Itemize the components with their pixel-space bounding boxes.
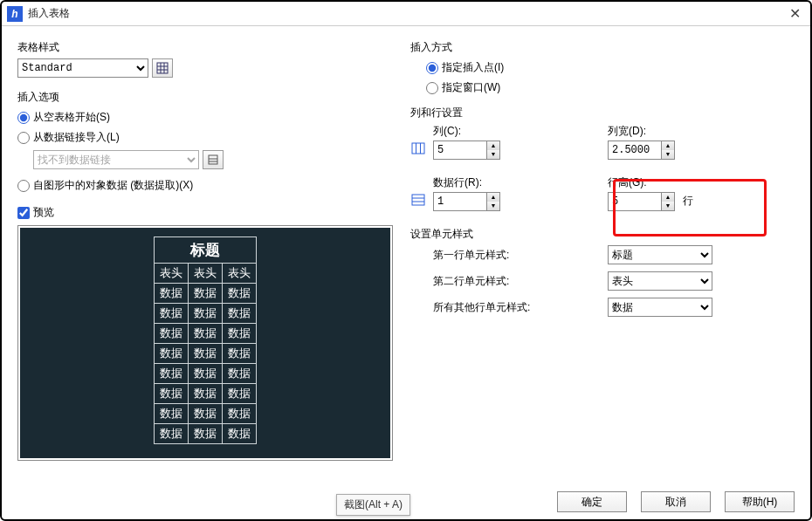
spin-up[interactable]: ▲	[662, 141, 674, 150]
row2-style-combo[interactable]: 表头	[608, 271, 712, 291]
row1-style-combo[interactable]: 标题	[608, 245, 712, 264]
preview-data-cell: 数据	[189, 364, 223, 384]
preview-data-cell: 数据	[223, 344, 257, 364]
radio-empty-table-label: 从空表格开始(S)	[33, 110, 110, 125]
radio-extract[interactable]	[17, 180, 30, 192]
titlebar: h 插入表格 ✕	[2, 2, 810, 26]
preview-data-cell: 数据	[155, 284, 189, 304]
preview-data-cell: 数据	[155, 304, 189, 324]
app-logo-icon: h	[7, 6, 23, 22]
insert-mode-label: 插入方式	[410, 40, 795, 55]
datalink-combo[interactable]: 找不到数据链接	[33, 150, 199, 169]
preview-data-cell: 数据	[155, 424, 189, 444]
data-rows-input[interactable]	[434, 193, 486, 210]
rows-icon	[410, 192, 426, 208]
columns-input[interactable]	[434, 141, 486, 159]
preview-data-cell: 数据	[223, 284, 257, 304]
spin-down[interactable]: ▼	[487, 150, 499, 159]
preview-data-cell: 数据	[223, 424, 257, 444]
radio-insert-window-label: 指定窗口(W)	[442, 80, 500, 95]
data-rows-spinner[interactable]: ▲▼	[433, 192, 500, 211]
preview-data-cell: 数据	[223, 384, 257, 404]
table-style-edit-button[interactable]	[152, 58, 173, 78]
preview-data-cell: 数据	[189, 284, 223, 304]
spin-down[interactable]: ▼	[662, 202, 674, 210]
spin-down[interactable]: ▼	[487, 202, 499, 210]
preview-data-cell: 数据	[189, 424, 223, 444]
preview-header-cell: 表头	[155, 264, 189, 284]
row1-style-label: 第一行单元样式:	[433, 248, 608, 263]
cancel-button[interactable]: 取消	[641, 491, 711, 512]
preview-label: 预览	[33, 205, 54, 220]
datalink-icon	[207, 154, 219, 166]
spin-down[interactable]: ▼	[662, 150, 674, 159]
radio-datalink[interactable]	[17, 132, 30, 144]
row2-style-label: 第二行单元样式:	[433, 274, 608, 289]
screenshot-tooltip: 截图(Alt + A)	[336, 494, 410, 516]
table-style-label: 表格样式	[17, 40, 393, 55]
preview-data-cell: 数据	[155, 384, 189, 404]
rowother-style-label: 所有其他行单元样式:	[433, 300, 608, 315]
radio-extract-label: 自图形中的对象数据 (数据提取)(X)	[33, 178, 193, 193]
preview-canvas: 标题 表头 表头 表头 数据数据数据 数据数据数据 数据数据数据 数据数据数据 …	[20, 228, 390, 458]
data-rows-label: 数据行(R):	[433, 175, 608, 190]
preview-data-cell: 数据	[189, 324, 223, 344]
preview-data-cell: 数据	[189, 304, 223, 324]
dialog-window: h 插入表格 ✕ 表格样式 Standard 插入选项 从空表格开始(S)	[0, 0, 812, 521]
preview-data-cell: 数据	[189, 404, 223, 424]
preview-data-cell: 数据	[155, 324, 189, 344]
row-height-spinner[interactable]: ▲▼	[608, 192, 675, 211]
preview-data-cell: 数据	[223, 364, 257, 384]
radio-insert-point[interactable]	[426, 62, 438, 74]
preview-header-cell: 表头	[189, 264, 223, 284]
preview-data-cell: 数据	[155, 344, 189, 364]
spin-up[interactable]: ▲	[487, 193, 499, 202]
column-width-spinner[interactable]: ▲▼	[608, 141, 675, 160]
preview-data-cell: 数据	[189, 384, 223, 404]
columns-spinner[interactable]: ▲▼	[433, 141, 500, 160]
grid-edit-icon	[156, 62, 169, 74]
insert-options-label: 插入选项	[17, 90, 393, 105]
cellstyle-section-label: 设置单元样式	[410, 227, 795, 242]
svg-rect-11	[412, 195, 424, 205]
ok-button[interactable]: 确定	[557, 491, 627, 512]
svg-rect-0	[157, 63, 168, 73]
rowother-style-combo[interactable]: 数据	[608, 298, 712, 317]
preview-data-cell: 数据	[223, 404, 257, 424]
datalink-browse-button[interactable]	[203, 150, 224, 169]
radio-insert-window[interactable]	[426, 82, 438, 94]
row-height-label: 行高(G):	[608, 175, 782, 190]
content-area: 表格样式 Standard 插入选项 从空表格开始(S) 从数据链接导入(L)	[2, 26, 810, 461]
radio-empty-table[interactable]	[17, 112, 30, 124]
row-height-unit: 行	[683, 195, 693, 207]
preview-checkbox[interactable]	[17, 207, 30, 219]
preview-data-cell: 数据	[189, 344, 223, 364]
svg-rect-5	[209, 155, 217, 164]
columns-icon	[410, 141, 426, 156]
radio-insert-point-label: 指定插入点(I)	[442, 60, 504, 75]
svg-rect-8	[412, 143, 424, 154]
spin-up[interactable]: ▲	[487, 141, 499, 150]
row-height-input[interactable]	[609, 193, 661, 210]
preview-title-cell: 标题	[155, 237, 257, 264]
preview-data-cell: 数据	[223, 324, 257, 344]
close-button[interactable]: ✕	[784, 5, 805, 22]
right-column: 插入方式 指定插入点(I) 指定窗口(W) 列和行设置 列(C): 列宽(D):	[410, 35, 795, 461]
preview-data-cell: 数据	[155, 404, 189, 424]
radio-datalink-label: 从数据链接导入(L)	[33, 130, 120, 145]
preview-frame: 标题 表头 表头 表头 数据数据数据 数据数据数据 数据数据数据 数据数据数据 …	[17, 225, 393, 461]
preview-header-cell: 表头	[223, 264, 257, 284]
colrow-section-label: 列和行设置	[410, 106, 795, 120]
columns-label: 列(C):	[433, 124, 608, 139]
help-button[interactable]: 帮助(H)	[725, 491, 795, 512]
spin-up[interactable]: ▲	[662, 193, 674, 202]
preview-table: 标题 表头 表头 表头 数据数据数据 数据数据数据 数据数据数据 数据数据数据 …	[154, 237, 257, 444]
left-column: 表格样式 Standard 插入选项 从空表格开始(S) 从数据链接导入(L)	[17, 35, 393, 461]
column-width-label: 列宽(D):	[608, 124, 782, 139]
table-style-combo[interactable]: Standard	[17, 58, 148, 78]
preview-data-cell: 数据	[223, 304, 257, 324]
window-title: 插入表格	[28, 6, 784, 21]
column-width-input[interactable]	[609, 141, 661, 159]
preview-data-cell: 数据	[155, 364, 189, 384]
